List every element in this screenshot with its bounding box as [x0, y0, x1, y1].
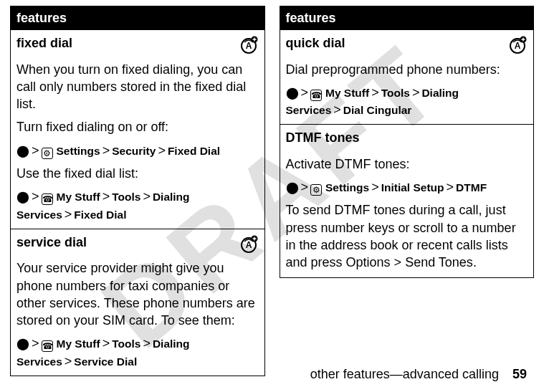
nav-label: Options [346, 255, 391, 269]
row-title: service dial [16, 234, 259, 251]
breadcrumb-separator: > [29, 143, 42, 158]
nav-label: Security [112, 145, 156, 157]
body-text: Turn fixed dialing on or off: [16, 118, 259, 135]
nav-label: My Stuff [57, 191, 100, 203]
nav-label: Service Dial [74, 355, 137, 368]
svg-text:A: A [515, 41, 521, 51]
svg-text:A: A [245, 240, 252, 250]
body-text: When you turn on fixed dialing, you can … [16, 61, 259, 113]
breadcrumb-separator: > [29, 336, 42, 350]
menu-icon: ☎ [310, 90, 322, 101]
nav-label: Tools [112, 338, 140, 350]
breadcrumb-separator: > [444, 180, 457, 194]
breadcrumb-separator: > [62, 354, 75, 368]
page-number: 59 [512, 367, 527, 381]
row-title: quick dial [286, 34, 528, 52]
row-title: DTMF tones [286, 129, 528, 146]
menu-icon: ☎ [42, 340, 53, 352]
body-text: To send DTMF tones during a call, just p… [286, 201, 528, 271]
breadcrumb-separator: > [299, 180, 311, 194]
breadcrumb-separator: > [100, 336, 113, 350]
center-key-icon: ⬤ [16, 190, 29, 204]
nav-label: Initial Setup [381, 181, 444, 193]
page-footer: other features—advanced calling 59 [310, 367, 527, 382]
breadcrumb-separator: > [62, 207, 75, 221]
breadcrumb-separator: > [410, 85, 422, 100]
breadcrumb-separator: > [369, 85, 381, 100]
two-column-layout: features A fixed dialWhen you turn on fi… [0, 0, 544, 376]
breadcrumb-separator: > [100, 143, 113, 158]
center-key-icon: ⬤ [16, 337, 29, 350]
center-key-icon: ⬤ [286, 86, 299, 100]
table-cell: DTMF tonesActivate DTMF tones:⬤>⚙ Settin… [280, 125, 534, 277]
left-table: features A fixed dialWhen you turn on fi… [10, 6, 265, 376]
operator-badge-icon: A [507, 34, 528, 54]
breadcrumb-separator: > [140, 189, 153, 204]
left-column: features A fixed dialWhen you turn on fi… [10, 6, 265, 376]
right-table: features A quick dialDial preprogrammed … [280, 6, 535, 278]
footer-text: other features—advanced calling [310, 367, 499, 381]
table-header: features [280, 6, 534, 30]
breadcrumb-separator: > [29, 189, 42, 204]
body-text: Activate DTMF tones: [286, 156, 528, 173]
nav-label: Settings [325, 181, 369, 193]
nav-label: Send Tones [405, 255, 473, 269]
nav-label: Tools [112, 191, 140, 203]
menu-icon: ☎ [42, 193, 53, 205]
nav-path: ⬤>☎ My Stuff>Tools>Dialing Services>Dial… [286, 84, 528, 119]
nav-label: Fixed Dial [74, 209, 126, 221]
operator-badge-icon: A [239, 234, 259, 254]
svg-text:A: A [245, 41, 252, 51]
nav-path: ⬤>☎ My Stuff>Tools>Dialing Services>Fixe… [16, 188, 259, 223]
breadcrumb-separator: > [100, 189, 113, 204]
breadcrumb-separator: > [331, 102, 343, 117]
nav-label: My Stuff [57, 338, 100, 350]
nav-label: Fixed Dial [168, 145, 220, 157]
menu-icon: ⚙ [310, 184, 322, 196]
nav-path: ⬤>⚙ Settings>Security>Fixed Dial [16, 142, 259, 159]
body-text: Your service provider might give you pho… [16, 259, 259, 329]
nav-label: Dial Cingular [343, 104, 412, 116]
body-text: Dial preprogrammed phone numbers: [286, 61, 528, 78]
breadcrumb-separator: > [299, 85, 311, 100]
nav-label: Tools [381, 87, 410, 99]
breadcrumb-separator: > [140, 336, 153, 350]
nav-path: ⬤>⚙ Settings>Initial Setup>DTMF [286, 178, 528, 196]
nav-path: ⬤>☎ My Stuff>Tools>Dialing Services>Serv… [16, 335, 259, 370]
row-title: fixed dial [16, 34, 259, 52]
table-cell: A fixed dialWhen you turn on fixed diali… [11, 30, 265, 229]
table-cell: A quick dialDial preprogrammed phone num… [280, 30, 534, 125]
body-text: Use the fixed dial list: [16, 165, 259, 182]
nav-label: DTMF [456, 181, 487, 193]
nav-label: My Stuff [325, 87, 369, 99]
center-key-icon: ⬤ [286, 181, 299, 194]
table-header: features [11, 6, 265, 30]
breadcrumb-separator: > [156, 143, 168, 158]
center-key-icon: ⬤ [16, 144, 29, 158]
table-cell: A service dialYour service provider migh… [11, 229, 265, 376]
nav-label: Settings [57, 145, 100, 157]
operator-badge-icon: A [239, 34, 259, 54]
breadcrumb-separator: > [369, 180, 381, 194]
right-column: features A quick dialDial preprogrammed … [280, 6, 535, 376]
menu-icon: ⚙ [42, 148, 53, 159]
